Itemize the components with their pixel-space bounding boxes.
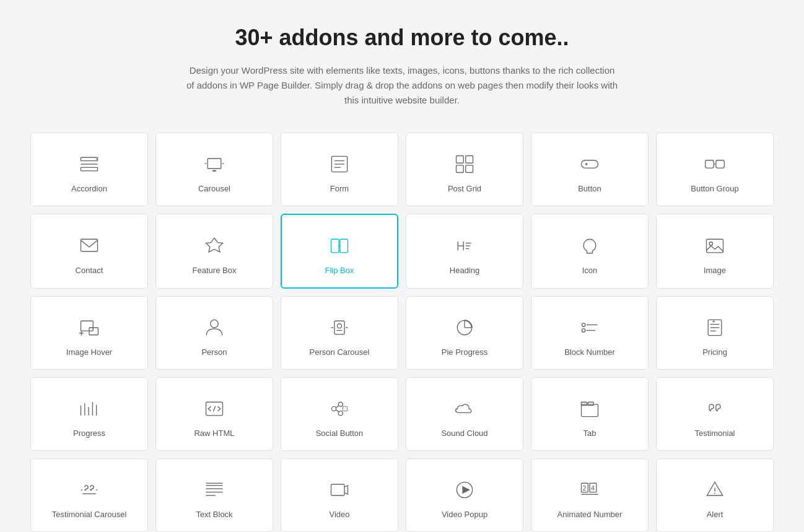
card-progress[interactable]: Progress <box>30 377 148 451</box>
card-label-carousel: Carousel <box>198 184 230 193</box>
svg-rect-15 <box>457 165 464 173</box>
svg-rect-69 <box>582 402 587 405</box>
card-contact[interactable]: Contact <box>30 214 148 289</box>
accordion-icon <box>77 152 102 177</box>
card-post-grid[interactable]: Post Grid <box>406 133 523 206</box>
card-heading[interactable]: Heading <box>406 214 523 289</box>
svg-line-61 <box>213 406 216 412</box>
card-button-group[interactable]: Button Group <box>656 133 774 206</box>
card-label-feature-box: Feature Box <box>193 266 237 275</box>
animated-number-icon: 24 <box>577 477 602 502</box>
card-label-raw-html: Raw HTML <box>194 429 234 438</box>
card-image[interactable]: Image <box>656 214 774 289</box>
svg-rect-0 <box>81 157 98 160</box>
card-carousel[interactable]: Carousel <box>155 133 273 206</box>
video-popup-icon <box>452 477 477 502</box>
svg-rect-2 <box>81 167 98 170</box>
card-social-button[interactable]: Social Button <box>281 377 398 451</box>
card-text-block[interactable]: Text Block <box>155 458 273 532</box>
svg-rect-68 <box>582 404 598 417</box>
card-alert[interactable]: Alert <box>656 458 774 532</box>
svg-point-48 <box>582 329 585 332</box>
contact-icon <box>77 233 102 258</box>
raw-html-icon <box>202 396 227 421</box>
svg-rect-16 <box>466 165 473 173</box>
card-image-hover[interactable]: Image Hover <box>30 296 148 370</box>
svg-rect-39 <box>334 321 344 334</box>
card-label-progress: Progress <box>73 429 105 438</box>
svg-point-88 <box>714 493 715 494</box>
svg-line-65 <box>336 406 339 408</box>
card-sound-cloud[interactable]: Sound Cloud <box>406 377 523 451</box>
card-form[interactable]: Form <box>281 133 398 206</box>
testimonial-carousel-icon <box>77 477 102 502</box>
card-label-pie-progress: Pie Progress <box>442 347 487 357</box>
svg-rect-22 <box>81 239 98 251</box>
card-label-social-button: Social Button <box>316 429 364 438</box>
card-label-alert: Alert <box>707 510 723 519</box>
svg-line-66 <box>336 410 339 412</box>
svg-rect-79 <box>331 484 345 495</box>
card-video[interactable]: Video <box>281 458 398 532</box>
card-flip-box[interactable]: Flip Box <box>281 214 398 289</box>
card-video-popup[interactable]: Video Popup <box>406 458 523 532</box>
card-testimonial-carousel[interactable]: Testimonial Carousel <box>30 458 148 532</box>
card-person[interactable]: Person <box>155 296 273 370</box>
card-accordion[interactable]: Accordion <box>30 133 148 206</box>
person-icon <box>202 315 227 340</box>
card-label-button-group: Button Group <box>691 184 738 193</box>
svg-point-38 <box>211 320 219 328</box>
svg-rect-13 <box>457 156 464 164</box>
card-label-person: Person <box>201 347 227 357</box>
carousel-icon <box>202 152 227 177</box>
svg-rect-17 <box>582 160 598 168</box>
alert-icon <box>702 477 727 502</box>
card-icon[interactable]: Icon <box>531 214 649 289</box>
card-label-form: Form <box>330 184 349 193</box>
svg-point-40 <box>337 324 341 328</box>
card-animated-number[interactable]: 24Animated Number <box>531 458 649 532</box>
card-label-image: Image <box>704 266 726 275</box>
text-block-icon <box>202 477 227 502</box>
page-subtitle: Design your WordPress site with elements… <box>185 63 619 108</box>
card-pricing[interactable]: Pricing <box>656 296 774 370</box>
card-feature-box[interactable]: Feature Box <box>155 214 273 289</box>
person-carousel-icon <box>327 315 352 340</box>
card-pie-progress[interactable]: Pie Progress <box>406 296 523 370</box>
card-label-heading: Heading <box>450 266 479 275</box>
card-raw-html[interactable]: Raw HTML <box>155 377 273 451</box>
svg-rect-20 <box>716 160 725 168</box>
post-grid-icon <box>452 152 477 177</box>
card-person-carousel[interactable]: Person Carousel <box>281 296 398 370</box>
pricing-icon <box>702 315 727 340</box>
svg-text:4: 4 <box>591 484 595 492</box>
svg-point-18 <box>585 163 588 165</box>
card-tab[interactable]: Tab <box>531 377 649 451</box>
card-label-video: Video <box>329 510 349 519</box>
image-icon <box>702 233 727 258</box>
sound-cloud-icon <box>452 396 477 421</box>
card-button[interactable]: Button <box>531 133 649 206</box>
card-label-icon: Icon <box>582 266 598 275</box>
svg-rect-32 <box>707 239 723 253</box>
card-label-video-popup: Video Popup <box>442 510 487 519</box>
social-button-icon <box>327 396 352 421</box>
card-block-number[interactable]: Block Number <box>531 296 649 370</box>
page-title: 30+ addons and more to come.. <box>12 25 792 51</box>
svg-rect-34 <box>81 321 94 331</box>
card-label-post-grid: Post Grid <box>448 184 481 193</box>
addon-grid: AccordionCarouselFormPost GridButtonButt… <box>30 133 774 532</box>
card-label-person-carousel: Person Carousel <box>310 347 370 357</box>
icon-icon <box>577 233 602 258</box>
card-label-sound-cloud: Sound Cloud <box>441 429 487 438</box>
card-testimonial[interactable]: Testimonial <box>656 377 774 451</box>
svg-rect-67 <box>343 406 347 411</box>
image-hover-icon <box>77 315 102 340</box>
heading-icon <box>452 233 477 258</box>
svg-marker-81 <box>462 486 470 494</box>
card-label-flip-box: Flip Box <box>325 266 354 275</box>
card-label-text-block: Text Block <box>196 510 232 519</box>
progress-icon <box>77 396 102 421</box>
card-label-testimonial-carousel: Testimonial Carousel <box>52 510 127 519</box>
button-group-icon <box>702 152 727 177</box>
